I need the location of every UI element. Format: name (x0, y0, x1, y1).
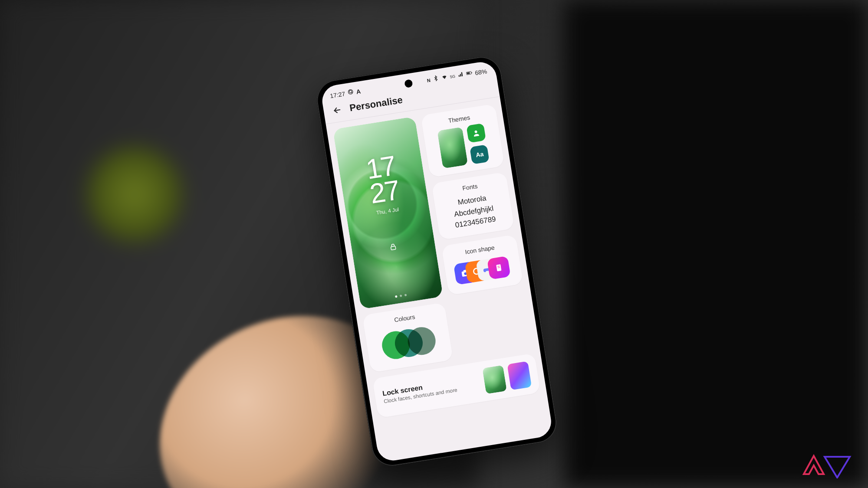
battery-icon (466, 69, 473, 78)
font-app-tile: Aa (470, 144, 490, 164)
themes-card[interactable]: Themes Aa (421, 104, 505, 177)
page-title: Personalise (349, 94, 404, 114)
svg-rect-2 (467, 72, 470, 74)
icon-shape-card[interactable]: Icon shape (441, 234, 523, 295)
svg-marker-13 (804, 456, 824, 474)
lock-screen-thumbs (482, 361, 532, 394)
wifi-icon (441, 73, 448, 82)
fonts-card[interactable]: Fonts Motorola Abcdefghijkl 0123456789 (431, 172, 515, 240)
svg-rect-3 (471, 72, 472, 73)
document-app-icon (487, 255, 511, 279)
contacts-app-tile (467, 123, 487, 143)
svg-point-0 (348, 89, 353, 94)
font-tile-label: Aa (475, 150, 484, 158)
whatsapp-notification-icon (347, 88, 354, 96)
theme-thumbnail (437, 127, 468, 168)
back-arrow-icon[interactable] (332, 105, 342, 115)
svg-marker-14 (825, 457, 850, 478)
lock-screen-thumb-1 (482, 365, 507, 394)
bluetooth-icon (432, 75, 439, 83)
lock-icon (389, 242, 398, 253)
network-type-label: 5G (450, 74, 455, 79)
colour-venn-diagram (378, 321, 439, 364)
colours-card[interactable]: Colours (362, 302, 453, 373)
app-notification-icon: A (356, 87, 362, 95)
svg-point-5 (475, 130, 478, 133)
androidpolice-watermark (799, 452, 855, 480)
nfc-icon: N (427, 77, 431, 83)
signal-icon (457, 71, 464, 79)
battery-percent: 68% (474, 67, 487, 76)
fonts-sample: Motorola Abcdefghijkl 0123456789 (440, 190, 508, 232)
lock-clock: 17 27 Thu, 4 Jul (338, 149, 429, 220)
icon-shape-cluster (453, 253, 513, 288)
lock-screen-thumb-2 (507, 361, 532, 390)
status-time: 17:27 (329, 90, 345, 99)
